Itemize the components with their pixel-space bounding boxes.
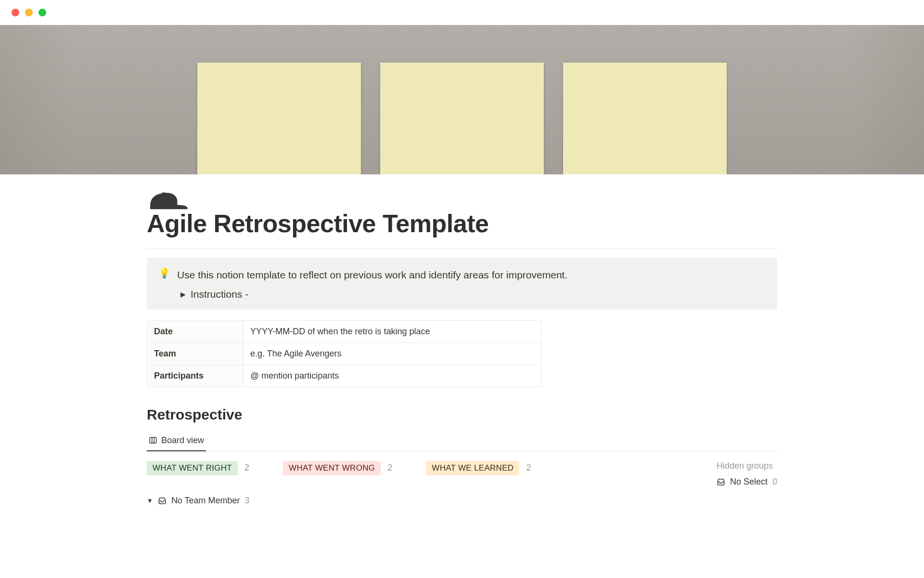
retrospective-heading[interactable]: Retrospective xyxy=(147,407,777,423)
window-chrome xyxy=(0,0,924,25)
close-window-button[interactable] xyxy=(12,9,19,16)
column-count: 2 xyxy=(387,463,392,473)
hidden-groups-title: Hidden groups xyxy=(717,461,777,471)
hidden-group-item[interactable]: No Select 0 xyxy=(717,477,777,487)
info-table: Date YYYY-MM-DD of when the retro is tak… xyxy=(147,320,541,387)
callout-text[interactable]: Use this notion template to reflect on p… xyxy=(177,267,567,283)
page-icon[interactable] xyxy=(147,183,189,220)
info-value[interactable]: e.g. The Agile Avengers xyxy=(244,343,541,365)
callout-block[interactable]: 💡 Use this notion template to reflect on… xyxy=(147,258,777,310)
svg-point-0 xyxy=(162,192,166,194)
column-tag: WHAT WE LEARNED xyxy=(426,461,519,475)
info-key: Date xyxy=(147,321,244,342)
board-columns: WHAT WENT RIGHT 2 WHAT WENT WRONG 2 WHAT… xyxy=(147,461,777,487)
chevron-right-icon: ▶ xyxy=(180,290,186,298)
cap-icon xyxy=(147,185,189,214)
tab-board-view[interactable]: Board view xyxy=(147,432,206,451)
inbox-icon xyxy=(717,477,725,486)
cover-decoration xyxy=(197,63,727,174)
board-column[interactable]: WHAT WENT WRONG 2 xyxy=(283,461,392,475)
board-column[interactable]: WHAT WENT RIGHT 2 xyxy=(147,461,249,475)
subgroup-count: 3 xyxy=(245,496,250,506)
board-column[interactable]: WHAT WE LEARNED 2 xyxy=(426,461,531,475)
table-row[interactable]: Team e.g. The Agile Avengers xyxy=(147,343,541,365)
lightbulb-icon: 💡 xyxy=(158,267,170,279)
chevron-down-icon: ▼ xyxy=(147,497,153,504)
minimize-window-button[interactable] xyxy=(25,9,33,16)
svg-rect-1 xyxy=(150,437,156,443)
hidden-item-count: 0 xyxy=(772,477,777,487)
view-tab-label: Board view xyxy=(161,435,204,446)
info-value[interactable]: YYYY-MM-DD of when the retro is taking p… xyxy=(244,321,541,342)
instructions-toggle[interactable]: ▶ Instructions - xyxy=(180,289,766,300)
table-row[interactable]: Date YYYY-MM-DD of when the retro is tak… xyxy=(147,321,541,343)
info-key: Team xyxy=(147,343,244,365)
page-cover[interactable] xyxy=(0,25,924,174)
column-tag: WHAT WENT WRONG xyxy=(283,461,381,475)
divider xyxy=(147,249,777,249)
table-row[interactable]: Participants @ mention participants xyxy=(147,365,541,387)
subgroup-label: No Team Member xyxy=(171,496,240,506)
view-tabs: Board view xyxy=(147,432,777,451)
hidden-groups: Hidden groups No Select 0 xyxy=(717,461,777,487)
info-value[interactable]: @ mention participants xyxy=(244,365,541,387)
column-tag: WHAT WENT RIGHT xyxy=(147,461,238,475)
inbox-icon xyxy=(158,496,167,505)
board-subgroup[interactable]: ▼ No Team Member 3 xyxy=(147,496,777,506)
column-count: 2 xyxy=(244,463,249,473)
page-title[interactable]: Agile Retrospective Template xyxy=(147,209,777,238)
board-icon xyxy=(149,436,157,445)
hidden-item-label: No Select xyxy=(730,477,768,487)
column-count: 2 xyxy=(526,463,531,473)
toggle-label: Instructions - xyxy=(191,289,248,300)
maximize-window-button[interactable] xyxy=(38,9,46,16)
info-key: Participants xyxy=(147,365,244,387)
